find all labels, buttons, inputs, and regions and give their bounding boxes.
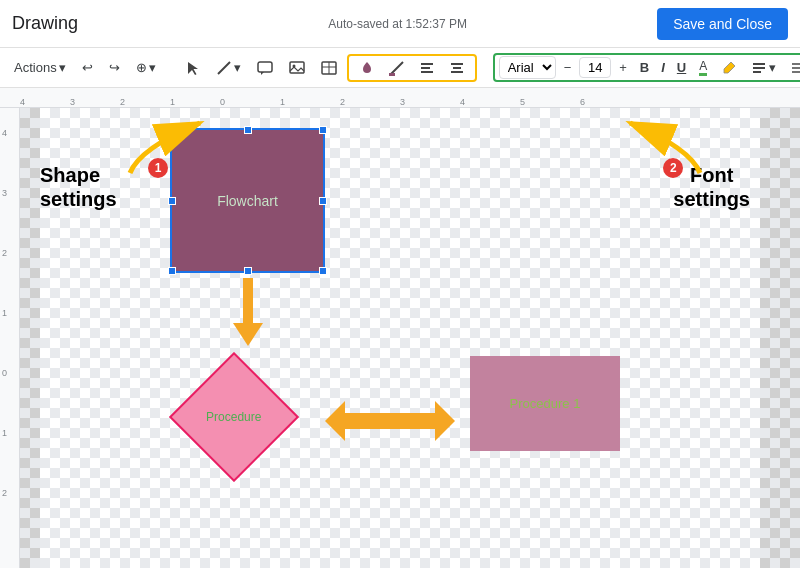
font-arrow-svg — [590, 118, 710, 178]
line-icon — [216, 60, 232, 76]
bold-button[interactable]: B — [635, 58, 654, 77]
italic-button[interactable]: I — [656, 58, 670, 77]
svg-rect-3 — [290, 62, 304, 73]
ruler-top: 4 3 2 1 0 1 2 3 4 5 6 — [0, 88, 800, 108]
handle-top-right[interactable] — [319, 126, 327, 134]
font-color-button[interactable]: A — [693, 55, 713, 80]
arrow-down-container — [233, 278, 263, 352]
autosave-status: Auto-saved at 1:52:37 PM — [138, 17, 657, 31]
drawing-surface: Flowchart Proc — [40, 108, 760, 568]
svg-marker-2 — [261, 72, 264, 75]
font-settings-annotation: Font settings 2 — [673, 163, 750, 211]
ruler-left: 4 3 2 1 0 1 2 — [0, 108, 20, 568]
handle-right[interactable] — [319, 197, 327, 205]
comment-icon — [257, 60, 273, 76]
fill-color-button[interactable] — [353, 56, 381, 80]
double-arrow-container — [325, 401, 455, 445]
procedure-label: Procedure — [206, 410, 261, 424]
image-icon — [289, 60, 305, 76]
handle-bottom-left[interactable] — [168, 267, 176, 275]
drawing-canvas[interactable]: Flowchart Proc — [20, 108, 800, 568]
actions-label: Actions — [14, 60, 57, 75]
image-tool[interactable] — [283, 56, 311, 80]
handle-left[interactable] — [168, 197, 176, 205]
table-icon — [321, 60, 337, 76]
actions-chevron: ▾ — [59, 60, 66, 75]
handle-bottom[interactable] — [244, 267, 252, 275]
svg-marker-25 — [325, 401, 455, 441]
arrow-down-shape — [233, 278, 263, 348]
svg-rect-23 — [243, 278, 253, 323]
undo-button[interactable]: ↩ — [76, 56, 99, 79]
font-family-select[interactable]: Arial — [499, 56, 556, 79]
svg-line-0 — [218, 62, 230, 74]
line-spacing-icon — [790, 60, 800, 76]
select-tool[interactable] — [178, 56, 206, 80]
comment-tool[interactable] — [251, 56, 279, 80]
font-color-a: A — [699, 59, 707, 76]
diamond-inner: Procedure — [169, 352, 299, 482]
svg-marker-24 — [233, 323, 263, 346]
svg-rect-1 — [258, 62, 272, 72]
font-size-increase[interactable]: + — [613, 56, 633, 79]
diamond-shape[interactable]: Procedure — [170, 353, 300, 483]
svg-rect-9 — [389, 73, 395, 76]
line-color-button[interactable] — [383, 56, 411, 80]
fill-icon — [359, 60, 375, 76]
line-tool[interactable]: ▾ — [210, 56, 247, 80]
procedure1-shape[interactable]: Procedure 1 — [470, 356, 620, 451]
actions-menu[interactable]: Actions ▾ — [8, 56, 72, 79]
flowchart-label: Flowchart — [217, 193, 278, 209]
highlight-icon — [721, 60, 737, 76]
text-align-button[interactable]: ▾ — [745, 56, 782, 80]
align-left-button[interactable] — [413, 56, 441, 80]
app-title: Drawing — [12, 13, 78, 34]
procedure1-label: Procedure 1 — [510, 396, 581, 411]
canvas-area: 4 3 2 1 0 1 2 Flowchart — [0, 108, 800, 568]
shape-settings-label: Shape settings — [40, 164, 117, 210]
shape-settings-annotation: Shape settings 1 — [40, 163, 117, 211]
handle-top[interactable] — [244, 126, 252, 134]
redo-button[interactable]: ↪ — [103, 56, 126, 79]
line-spacing-button[interactable] — [784, 56, 800, 80]
cursor-icon — [184, 60, 200, 76]
shape-settings-group — [347, 54, 477, 82]
table-tool[interactable] — [315, 56, 343, 80]
shape-arrow-svg — [120, 118, 240, 178]
highlight-button[interactable] — [715, 56, 743, 80]
font-settings-group: Arial − + B I U A ▾ — [493, 53, 800, 82]
save-close-button[interactable]: Save and Close — [657, 8, 788, 40]
svg-line-8 — [391, 62, 403, 74]
align-center-button[interactable] — [443, 56, 471, 80]
align-left-icon — [419, 60, 435, 76]
align-center-icon — [449, 60, 465, 76]
underline-button[interactable]: U — [672, 58, 691, 77]
font-size-input[interactable] — [579, 57, 611, 78]
zoom-button[interactable]: ⊕▾ — [130, 56, 162, 79]
text-align-icon — [751, 60, 767, 76]
font-size-decrease[interactable]: − — [558, 56, 578, 79]
line-color-icon — [389, 60, 405, 76]
double-arrow-shape — [325, 401, 455, 441]
handle-bottom-right[interactable] — [319, 267, 327, 275]
